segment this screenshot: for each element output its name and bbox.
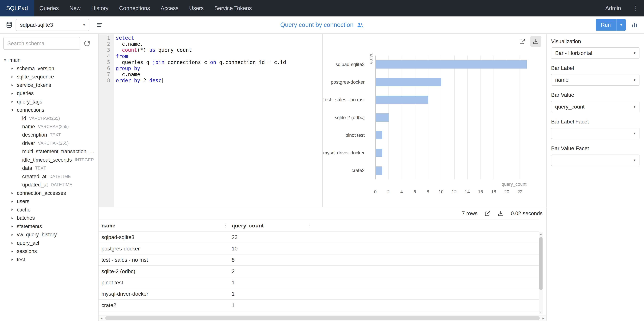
connection-select[interactable]: sqlpad-sqlite3 ▾ — [16, 19, 89, 31]
chevron-right-icon[interactable]: ▸ — [12, 99, 17, 104]
bar-label-select[interactable]: name▾ — [551, 74, 640, 86]
scroll-right-arrow[interactable]: ▶ — [540, 317, 546, 320]
column-resize-handle[interactable]: ⋮ — [224, 223, 228, 228]
nav-item-history[interactable]: History — [86, 0, 114, 17]
chevron-right-icon[interactable]: ▸ — [12, 199, 17, 204]
editor-chart-row: 12345678 select c.name, count(*) as quer… — [98, 34, 546, 207]
horizontal-scrollbar[interactable]: ◀ ▶ — [98, 315, 546, 321]
visualization-select[interactable]: Bar - Horizontal▾ — [551, 47, 640, 59]
chevron-right-icon[interactable]: ▸ — [12, 208, 17, 212]
tree-item-updated_at[interactable]: updated_atDATETIME — [3, 181, 98, 189]
column-resize-handle[interactable]: ⋮ — [307, 223, 311, 228]
tree-item-name[interactable]: nameVARCHAR(255) — [3, 122, 98, 131]
table-cell-filler — [312, 266, 539, 277]
tree-item-batches[interactable]: ▸batches — [3, 214, 98, 222]
editor-code[interactable]: select c.name, count(*) as query_countfr… — [114, 34, 322, 207]
open-results-new-window-icon[interactable] — [484, 210, 491, 217]
run-dropdown-button[interactable]: ▾ — [616, 19, 626, 31]
x-tick-label: 8 — [423, 189, 433, 195]
chevron-right-icon[interactable]: ▸ — [12, 249, 17, 253]
refresh-schema-icon[interactable] — [84, 40, 90, 47]
tree-item-data[interactable]: dataTEXT — [3, 164, 98, 172]
chevron-right-icon[interactable]: ▸ — [12, 91, 17, 96]
tree-item-sessions[interactable]: ▸sessions — [3, 247, 98, 255]
table-cell-filler — [312, 254, 539, 266]
nav-item-connections[interactable]: Connections — [114, 0, 155, 17]
chevron-right-icon[interactable]: ▸ — [12, 232, 17, 237]
tree-item-idle_timeout_seconds[interactable]: idle_timeout_secondsINTEGER — [3, 156, 98, 164]
table-cell: test - sales - no mst — [98, 254, 229, 266]
chevron-right-icon[interactable]: ▸ — [12, 83, 17, 87]
tree-item-schema_version[interactable]: ▸schema_version — [3, 64, 98, 72]
tree-item-cache[interactable]: ▸cache — [3, 205, 98, 214]
chart-gridline — [468, 56, 468, 179]
chevron-right-icon[interactable]: ▸ — [12, 241, 17, 245]
tree-label: schema_version — [17, 66, 54, 71]
tree-item-users[interactable]: ▸users — [3, 197, 98, 205]
tree-item-test[interactable]: ▸test — [3, 255, 98, 264]
tree-item-created_at[interactable]: created_atDATETIME — [3, 172, 98, 181]
bar-value-facet-select[interactable]: ▾ — [551, 154, 640, 166]
chevron-down-icon: ▾ — [634, 104, 636, 109]
scroll-left-arrow[interactable]: ◀ — [98, 317, 104, 320]
tree-item-query_acl[interactable]: ▸query_acl — [3, 239, 98, 247]
line-number: 6 — [98, 65, 110, 71]
scroll-down-arrow[interactable]: ▼ — [539, 310, 543, 314]
scroll-up-arrow[interactable]: ▲ — [539, 232, 543, 236]
nav-item-users[interactable]: Users — [184, 0, 209, 17]
format-query-icon[interactable] — [96, 22, 103, 29]
tree-item-connection_accesses[interactable]: ▸connection_accesses — [3, 189, 98, 197]
tree-item-statements[interactable]: ▸statements — [3, 222, 98, 230]
table-cell: sqlpad-sqlite3 — [98, 232, 229, 243]
tree-item-service_tokens[interactable]: ▸service_tokens — [3, 81, 98, 89]
tree-item-vw_query_history[interactable]: ▸vw_query_history — [3, 230, 98, 239]
admin-menu[interactable]: Admin — [600, 5, 626, 12]
chevron-down-icon[interactable]: ▾ — [12, 108, 17, 112]
run-button[interactable]: Run — [596, 19, 616, 31]
table-cell: postgres-docker — [98, 243, 229, 254]
chevron-right-icon[interactable]: ▸ — [12, 191, 17, 195]
schema-search-input[interactable] — [3, 37, 80, 50]
vertical-scroll-thumb[interactable] — [539, 237, 543, 290]
nav-item-service-tokens[interactable]: Service Tokens — [209, 0, 257, 17]
tree-item-queries[interactable]: ▸queries — [3, 89, 98, 97]
tree-label: description — [22, 132, 47, 138]
chart-gridline — [480, 56, 481, 179]
tree-item-main[interactable]: ▾main — [3, 56, 98, 64]
download-results-icon[interactable] — [498, 210, 504, 217]
chart-toggle-icon[interactable] — [631, 21, 638, 29]
row-count-label: 7 rows — [462, 210, 478, 217]
chevron-down-icon[interactable]: ▾ — [4, 58, 10, 62]
tree-item-query_tags[interactable]: ▸query_tags — [3, 97, 98, 106]
chevron-right-icon[interactable]: ▸ — [12, 216, 17, 220]
tree-item-id[interactable]: idVARCHAR(255) — [3, 114, 98, 122]
chevron-right-icon[interactable]: ▸ — [12, 257, 17, 262]
tree-item-sqlite_sequence[interactable]: ▸sqlite_sequence — [3, 73, 98, 81]
bar-value-select[interactable]: query_count▾ — [551, 101, 640, 112]
main-area: ▾main▸schema_version▸sqlite_sequence▸ser… — [0, 34, 644, 321]
horizontal-scroll-thumb[interactable] — [105, 316, 540, 320]
chevron-right-icon[interactable]: ▸ — [12, 66, 17, 71]
nav-item-new[interactable]: New — [64, 0, 86, 17]
nav-item-access[interactable]: Access — [155, 0, 184, 17]
kebab-menu-icon[interactable]: ⋮ — [626, 5, 644, 12]
column-type: VARCHAR(255) — [38, 124, 69, 129]
tree-item-description[interactable]: descriptionTEXT — [3, 131, 98, 139]
viz-field-label: Visualization — [551, 38, 640, 45]
y-axis-title: name — [369, 53, 374, 64]
chart-bar — [376, 113, 389, 122]
brand-logo[interactable]: SQLPad — [0, 0, 34, 17]
chevron-right-icon[interactable]: ▸ — [12, 224, 17, 228]
category-label: test - sales - no mst — [323, 91, 364, 108]
query-title[interactable]: Query count by connection — [280, 21, 364, 28]
nav-item-queries[interactable]: Queries — [34, 0, 64, 17]
vertical-scrollbar[interactable]: ▲ ▼ — [539, 232, 543, 314]
bar-label-facet-select[interactable]: ▾ — [551, 128, 640, 139]
navbar-right: Admin ⋮ — [600, 0, 644, 17]
chevron-down-icon: ▾ — [634, 51, 636, 55]
chevron-right-icon[interactable]: ▸ — [12, 75, 17, 79]
tree-item-driver[interactable]: driverVARCHAR(255) — [3, 139, 98, 147]
tree-item-connections[interactable]: ▾connections — [3, 106, 98, 114]
tree-item-multi_statement_transaction_…[interactable]: multi_statement_transaction_… — [3, 147, 98, 155]
chevron-down-icon: ▾ — [634, 78, 636, 82]
